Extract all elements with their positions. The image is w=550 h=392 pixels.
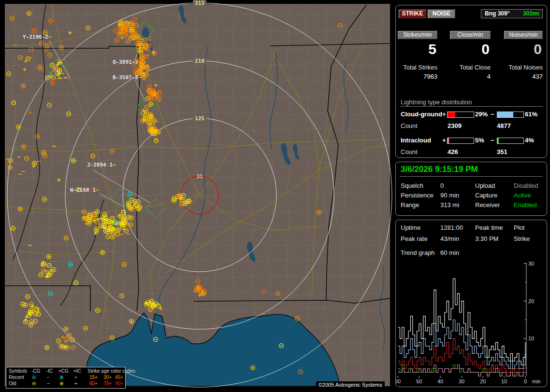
legend-age-header: Strike age color codes: [87, 368, 135, 374]
total-close-label: Total Close: [450, 64, 491, 71]
intracloud-label: Intracloud: [401, 137, 431, 144]
svg-text:20: 20: [480, 378, 486, 384]
legend-age-60: 60+: [89, 380, 98, 387]
strike-toggle-button[interactable]: STRIKE: [399, 10, 426, 18]
range-value: 313 mi: [440, 201, 459, 209]
trend-panel: Uptime 1281:00 Peak time Plot Peak rate …: [395, 220, 547, 387]
svg-text:min: min: [532, 378, 541, 384]
storm-map-canvas[interactable]: 12521931331Y-2196-2−Q-3091-2−B-3507-2−J-…: [5, 4, 390, 386]
capture-label: Capture: [475, 192, 497, 199]
svg-text:10: 10: [528, 336, 534, 341]
ic-pos-pct: 5%: [475, 137, 484, 144]
close-per-min-chip[interactable]: Close/min: [450, 31, 491, 39]
cg-plus-sign: +: [442, 111, 446, 118]
cg-neg-pct: 61%: [525, 111, 537, 118]
plot-label: Plot: [514, 224, 524, 231]
legend-col-neg-ic: -IC: [46, 368, 53, 374]
svg-text:31: 31: [196, 173, 203, 180]
svg-text:313: 313: [195, 0, 204, 6]
cg-count-label: Count: [401, 122, 418, 129]
legend-age-30: 30+: [103, 374, 112, 380]
pos-ic-recent-icon: +: [74, 374, 77, 380]
svg-text:J-2094+1−: J-2094+1−: [87, 162, 116, 168]
svg-text:30: 30: [459, 378, 464, 384]
legend-age-45: 45+: [115, 374, 123, 380]
total-close-value: 4: [450, 73, 491, 80]
neg-ic-old-icon: −: [47, 380, 50, 387]
trend-graph-window: 60 min: [440, 249, 459, 256]
total-strikes-value: 7963: [398, 73, 437, 80]
total-strikes-label: Total Strikes: [398, 64, 437, 71]
status-divider: [400, 176, 543, 177]
legend-age-90: 90+: [115, 380, 123, 387]
map-legend: Symbols -CG -IC +CG +IC Strike age color…: [6, 367, 126, 389]
trend-graph-label: Trend graph: [401, 249, 434, 256]
strikes-per-min-value: 5: [398, 41, 436, 57]
noise-toggle-button[interactable]: NOISE: [428, 10, 455, 18]
ic-neg-count: 351: [497, 148, 507, 155]
copyright-notice: ©2005 Astrogenic Systems: [316, 381, 385, 388]
svg-text:Y-2196-2−: Y-2196-2−: [23, 34, 52, 40]
close-per-min-value: 0: [450, 41, 490, 57]
legend-age-75: 75+: [103, 380, 112, 387]
peak-rate-value: 43/min: [440, 235, 459, 242]
counters-panel: STRIKE NOISE Bng 309° 303mi Strikes/min …: [395, 5, 547, 158]
legend-row-old-label: Old: [9, 380, 16, 387]
datetime-display: 3/6/2026 9:15:19 PM: [401, 165, 478, 174]
legend-col-pos-cg: +CG: [58, 368, 69, 374]
svg-text:50: 50: [416, 378, 422, 384]
cg-pos-count: 2309: [448, 122, 462, 129]
bearing-range: 303mi: [523, 10, 539, 17]
plot-mode-value: Strike: [514, 235, 530, 242]
cg-pos-pct: 29%: [475, 111, 488, 118]
svg-text:60: 60: [396, 378, 401, 384]
receiver-state: Enabled: [514, 201, 537, 209]
cg-neg-bar: [497, 112, 524, 118]
cg-neg-count: 4877: [497, 122, 511, 129]
neg-ic-recent-icon: −: [47, 374, 50, 380]
persistence-value: 90 min: [440, 192, 459, 199]
distribution-title: Lightning type distribution: [401, 98, 472, 106]
upload-label: Upload: [475, 182, 495, 189]
peak-time-value: 3:30 PM: [475, 235, 498, 242]
bearing-readout: Bng 309° 303mi: [481, 9, 543, 18]
svg-text:40: 40: [437, 378, 443, 384]
cg-pos-bar: [447, 112, 474, 118]
squelch-value: 0: [440, 182, 444, 189]
peak-time-label: Peak time: [475, 224, 503, 231]
noises-per-min-chip[interactable]: Noises/min: [504, 31, 543, 39]
legend-age-15: 15+: [89, 374, 98, 380]
strikes-per-min-chip[interactable]: Strikes/min: [398, 31, 437, 39]
ic-count-label: Count: [401, 148, 418, 155]
bearing-label: Bng 309°: [485, 10, 509, 17]
ic-pos-bar: [447, 138, 474, 144]
svg-text:10: 10: [501, 378, 507, 384]
neg-cg-recent-icon: ⊖: [32, 374, 36, 380]
svg-text:30: 30: [528, 261, 534, 266]
svg-text:20: 20: [528, 298, 534, 304]
squelch-label: Squelch: [401, 182, 423, 189]
ic-minus-sign: −: [491, 137, 494, 144]
ic-neg-pct: 4%: [525, 137, 534, 144]
persistence-label: Persistence: [401, 192, 434, 199]
noises-per-min-value: 0: [504, 41, 542, 57]
neg-cg-old-icon: ⊖: [32, 380, 36, 387]
peak-rate-label: Peak rate: [401, 235, 428, 242]
legend-col-pos-ic: +IC: [73, 368, 81, 374]
ic-pos-count: 426: [448, 148, 458, 155]
legend-col-neg-cg: -CG: [31, 368, 40, 374]
svg-text:219: 219: [195, 58, 204, 64]
total-noises-label: Total Noises: [501, 64, 543, 71]
svg-text:W-2168+1−: W-2168+1−: [70, 187, 99, 193]
upload-state: Disabled: [514, 182, 538, 189]
capture-state: Active: [514, 192, 531, 199]
uptime-label: Uptime: [401, 224, 420, 231]
cg-minus-sign: −: [491, 111, 494, 118]
trend-graph-chart: 1020306050403020100min: [396, 261, 547, 384]
legend-row-recent-label: Recent: [9, 374, 24, 380]
uptime-value: 1281:00: [440, 224, 463, 231]
pos-cg-old-icon: ⊕: [59, 380, 63, 387]
range-label: Range: [401, 201, 419, 209]
cloud-ground-label: Cloud-ground: [401, 111, 442, 118]
svg-text:0: 0: [524, 378, 527, 384]
